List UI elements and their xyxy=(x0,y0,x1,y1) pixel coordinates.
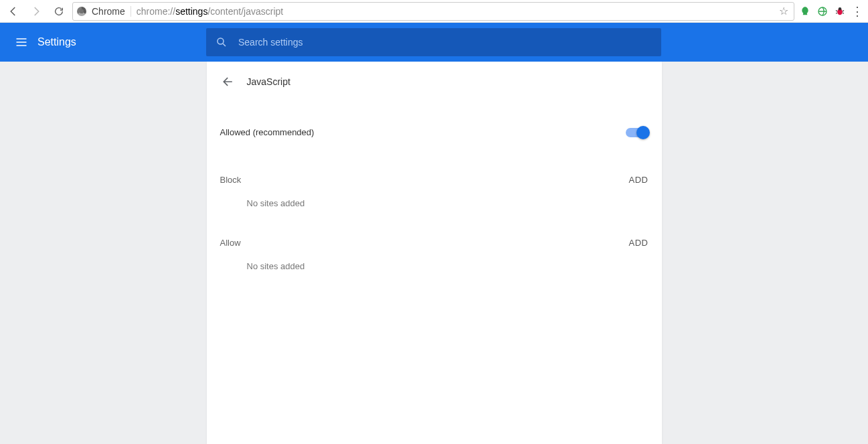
reload-button[interactable] xyxy=(50,2,68,21)
omnibox-separator xyxy=(131,6,131,17)
app-header: Settings xyxy=(0,23,868,62)
omnibox-scheme-label: Chrome xyxy=(92,6,125,17)
svg-point-2 xyxy=(839,7,842,11)
extension-icon-1[interactable] xyxy=(798,5,812,18)
allow-heading: Allow xyxy=(220,238,241,248)
svg-point-3 xyxy=(218,38,224,44)
allowed-recommended-label: Allowed (recommended) xyxy=(220,127,315,137)
search-icon xyxy=(215,36,228,48)
browser-menu-icon[interactable]: ⋮ xyxy=(851,5,864,18)
omnibox-url: chrome://settings/content/javascript xyxy=(137,6,772,17)
forward-button[interactable] xyxy=(27,2,46,21)
extension-icon-3[interactable] xyxy=(833,5,847,18)
javascript-allowed-toggle[interactable] xyxy=(626,128,648,137)
block-add-button[interactable]: ADD xyxy=(629,175,648,185)
allow-empty-text: No sites added xyxy=(207,254,662,285)
browser-toolbar: Chrome chrome://settings/content/javascr… xyxy=(0,0,868,23)
back-arrow-icon[interactable] xyxy=(220,74,236,90)
menu-icon[interactable] xyxy=(5,26,37,58)
search-settings-bar[interactable] xyxy=(206,28,661,56)
app-title: Settings xyxy=(37,36,76,48)
block-empty-text: No sites added xyxy=(207,192,662,222)
omnibox[interactable]: Chrome chrome://settings/content/javascr… xyxy=(72,2,794,21)
extension-icon-2[interactable] xyxy=(816,5,829,18)
allow-add-button[interactable]: ADD xyxy=(629,238,648,248)
search-settings-input[interactable] xyxy=(237,36,652,48)
content-card: JavaScript Allowed (recommended) Block A… xyxy=(207,62,662,444)
block-heading: Block xyxy=(220,175,242,185)
page-title: JavaScript xyxy=(247,76,290,87)
chrome-icon xyxy=(77,7,86,16)
bookmark-star-icon[interactable]: ☆ xyxy=(778,5,790,17)
page-body: JavaScript Allowed (recommended) Block A… xyxy=(0,62,868,444)
back-button[interactable] xyxy=(4,2,23,21)
